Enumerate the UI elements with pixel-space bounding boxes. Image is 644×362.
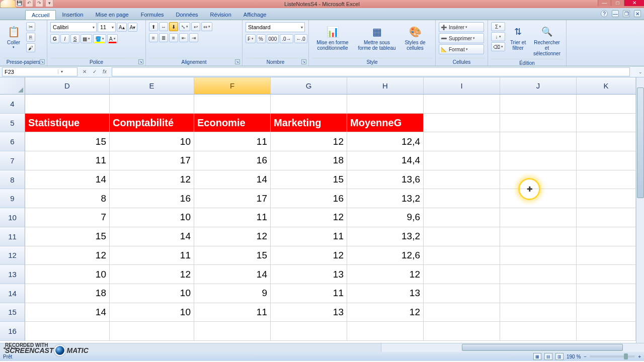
bold-button[interactable]: G [50, 34, 59, 43]
cell-E14[interactable]: 10 [110, 284, 194, 303]
cell-I9[interactable] [424, 189, 500, 208]
increase-decimal-icon[interactable]: .0→ [280, 34, 293, 43]
enter-formula-icon[interactable]: ✓ [91, 68, 99, 76]
thousands-icon[interactable]: 000 [267, 34, 279, 43]
cell-I16[interactable] [424, 322, 500, 341]
cell-G6[interactable]: 12 [271, 132, 347, 151]
font-dialog-launcher[interactable]: ↘ [138, 59, 143, 64]
cell-F15[interactable]: 11 [194, 303, 271, 322]
cell-I7[interactable] [424, 151, 500, 170]
cell-F8[interactable]: 14 [194, 170, 271, 190]
align-center-icon[interactable]: ≣ [159, 33, 168, 42]
zoom-thumb[interactable] [624, 353, 628, 359]
cell-J16[interactable] [500, 322, 577, 341]
cell-K12[interactable] [577, 246, 636, 265]
alignment-dialog-launcher[interactable]: ↘ [235, 59, 240, 64]
cell-K7[interactable] [577, 151, 636, 170]
copy-icon[interactable]: ⎘ [26, 33, 35, 42]
align-bottom-icon[interactable]: ⬇ [169, 22, 178, 31]
cell-G5[interactable]: Marketing [271, 114, 347, 133]
row-header-9[interactable]: 9 [0, 189, 25, 208]
number-dialog-launcher[interactable]: ↘ [301, 59, 306, 64]
sort-filter-button[interactable]: ⇅ Trier et filtrer [507, 22, 529, 52]
cell-H10[interactable]: 9,6 [347, 208, 424, 227]
office-button[interactable] [0, 0, 17, 8]
cell-J10[interactable] [500, 208, 577, 227]
row-header-14[interactable]: 14 [0, 284, 25, 303]
clipboard-dialog-launcher[interactable]: ↘ [40, 59, 45, 64]
fill-icon[interactable]: ↓ [491, 32, 505, 41]
zoom-out-icon[interactable]: − [584, 354, 587, 359]
close-workbook-icon[interactable]: ✕ [634, 10, 641, 17]
cell-G4[interactable] [271, 95, 347, 114]
cell-K15[interactable] [577, 303, 636, 322]
cell-J9[interactable] [500, 189, 577, 208]
column-header-E[interactable]: E [110, 77, 194, 94]
column-header-F[interactable]: F [194, 77, 271, 94]
cell-F13[interactable]: 14 [194, 265, 271, 284]
cell-D8[interactable]: 14 [25, 170, 110, 190]
cell-I13[interactable] [424, 265, 500, 284]
wrap-text-icon[interactable]: ↩ [191, 22, 200, 31]
row-header-12[interactable]: 12 [0, 246, 25, 265]
tab-insertion[interactable]: Insertion [56, 10, 89, 20]
cell-E13[interactable]: 12 [110, 265, 194, 284]
cell-I4[interactable] [424, 95, 500, 114]
cell-H9[interactable]: 13,2 [347, 189, 424, 208]
formula-input[interactable] [112, 67, 630, 76]
vertical-scroll-thumb[interactable] [637, 87, 644, 198]
cell-G11[interactable]: 11 [271, 227, 347, 246]
cell-G9[interactable]: 16 [271, 189, 347, 208]
find-select-button[interactable]: 🔍 Rechercher et sélectionner [531, 22, 563, 58]
column-header-D[interactable]: D [25, 77, 110, 94]
cell-F5[interactable]: Economie [194, 114, 271, 133]
cell-D5[interactable]: Statistique [25, 114, 110, 133]
undo-icon[interactable]: ↶ [25, 0, 33, 7]
clear-icon[interactable]: ⌫ [491, 42, 505, 51]
underline-button[interactable]: S [70, 34, 79, 43]
cell-K5[interactable] [577, 114, 636, 133]
format-painter-icon[interactable]: 🖌 [26, 43, 35, 52]
grow-font-icon[interactable]: A▴ [117, 23, 127, 32]
tab-mise-en-page[interactable]: Mise en page [90, 10, 135, 20]
cell-D6[interactable]: 15 [25, 132, 110, 151]
column-header-I[interactable]: I [424, 77, 500, 94]
cell-J7[interactable] [500, 151, 577, 170]
cell-H7[interactable]: 14,4 [347, 151, 424, 170]
conditional-formatting-button[interactable]: 📊 Mise en forme conditionnelle [312, 22, 353, 52]
redo-icon[interactable]: ↷ [35, 0, 43, 7]
row-header-6[interactable]: 6 [0, 132, 25, 151]
fx-icon[interactable]: fx [101, 68, 109, 76]
cell-I11[interactable] [424, 227, 500, 246]
cell-K6[interactable] [577, 132, 636, 151]
percent-icon[interactable]: % [257, 34, 266, 43]
orientation-icon[interactable]: ⤡ [179, 22, 190, 31]
cell-F7[interactable]: 16 [194, 151, 271, 170]
cell-K9[interactable] [577, 189, 636, 208]
cell-F6[interactable]: 11 [194, 132, 271, 151]
cell-E10[interactable]: 10 [110, 208, 194, 227]
cell-E7[interactable]: 17 [110, 151, 194, 170]
cell-H11[interactable]: 13,2 [347, 227, 424, 246]
cell-J14[interactable] [500, 284, 577, 303]
cell-J11[interactable] [500, 227, 577, 246]
font-name-combo[interactable]: Calibri [50, 22, 97, 32]
cell-K11[interactable] [577, 227, 636, 246]
cell-E16[interactable] [110, 322, 194, 341]
cell-G14[interactable]: 11 [271, 284, 347, 303]
zoom-slider[interactable] [590, 355, 635, 357]
cell-G12[interactable]: 12 [271, 246, 347, 265]
cell-D10[interactable]: 7 [25, 208, 110, 227]
cell-D9[interactable]: 8 [25, 189, 110, 208]
cell-F9[interactable]: 17 [194, 189, 271, 208]
expand-formula-bar-icon[interactable]: ⌄ [637, 69, 644, 74]
cell-D7[interactable]: 11 [25, 151, 110, 170]
cell-D4[interactable] [25, 95, 110, 114]
decrease-indent-icon[interactable]: ⇤ [179, 33, 188, 42]
cell-H13[interactable]: 12 [347, 265, 424, 284]
minimize-button[interactable]: — [598, 0, 611, 6]
cell-E12[interactable]: 11 [110, 246, 194, 265]
currency-icon[interactable]: ₣ [246, 34, 256, 43]
align-middle-icon[interactable]: ↔ [159, 22, 168, 31]
column-header-J[interactable]: J [500, 77, 577, 94]
